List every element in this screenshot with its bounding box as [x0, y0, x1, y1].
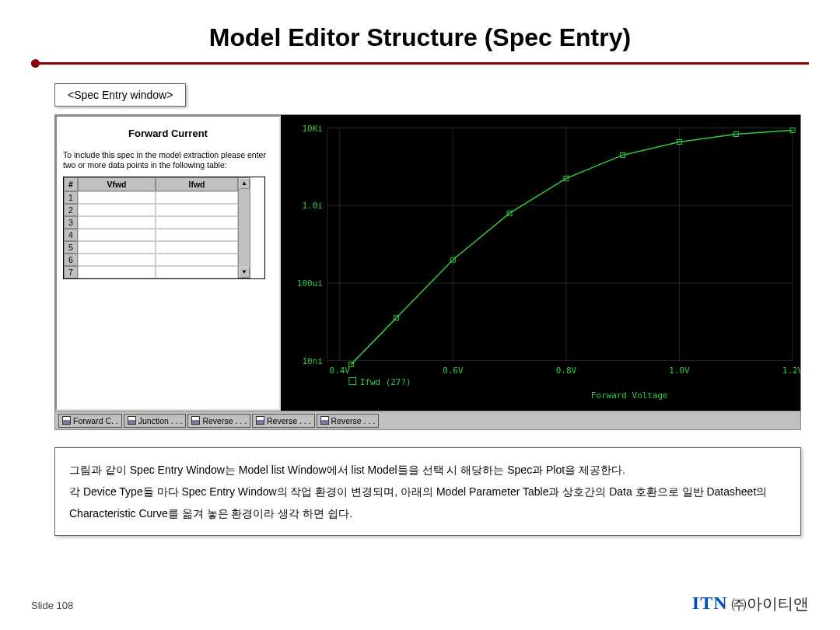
table-row[interactable]: 2: [64, 204, 238, 216]
tab-strip: Forward C. .Junction . . .Reverse . . .R…: [55, 411, 800, 429]
description-p2: 각 Device Type들 마다 Spec Entry Window의 작업 …: [69, 481, 786, 524]
slide-footer: Slide 108 ITN ㈜아이티앤: [31, 593, 809, 614]
xtick-1: 0.6V: [443, 366, 464, 376]
table-row[interactable]: 4: [64, 229, 238, 241]
chart-icon: [62, 416, 71, 425]
table-row[interactable]: 3: [64, 216, 238, 229]
chart-icon: [128, 416, 136, 425]
tab-label: Forward C. .: [73, 416, 118, 425]
xtick-4: 1.2V: [782, 366, 800, 376]
title-rule: [31, 58, 809, 68]
tab-4[interactable]: Reverse . . .: [317, 414, 380, 428]
data-entry-table[interactable]: # Vfwd Ifwd 1234567 ▲ ▼: [63, 177, 265, 279]
tab-label: Reverse . . .: [202, 416, 247, 425]
panel-description: To include this spec in the model extrac…: [63, 150, 273, 170]
description-box: 그림과 같이 Spec Entry Window는 Model list Win…: [54, 447, 801, 536]
tab-1[interactable]: Junction . . .: [124, 414, 187, 428]
ytick-1: 1.0i: [302, 201, 322, 211]
svg-rect-0: [281, 116, 800, 411]
table-scrollbar[interactable]: ▲ ▼: [238, 177, 250, 278]
table-row[interactable]: 7: [64, 266, 238, 278]
plot-legend: Ifwd (27?): [360, 377, 411, 387]
ytick-3: 10ni: [302, 356, 322, 366]
panel-heading: Forward Current: [63, 128, 273, 139]
slide-title: Model Editor Structure (Spec Entry): [31, 23, 809, 52]
chart-icon: [256, 416, 264, 425]
table-row[interactable]: 5: [64, 241, 238, 254]
brand: ITN ㈜아이티앤: [692, 593, 809, 614]
tab-label: Reverse . . .: [331, 416, 376, 425]
chart-icon: [320, 416, 329, 425]
ytick-0: 10Ki: [302, 124, 322, 134]
xtick-0: 0.4V: [330, 366, 351, 376]
spec-entry-window: Forward Current To include this spec in …: [54, 114, 801, 430]
ytick-2: 100ui: [297, 278, 323, 289]
description-p1: 그림과 같이 Spec Entry Window는 Model list Win…: [69, 459, 786, 481]
tab-0[interactable]: Forward C. .: [58, 414, 122, 428]
table-row[interactable]: 6: [64, 254, 238, 266]
brand-en: ITN: [692, 593, 728, 613]
slide-number: Slide 108: [31, 600, 73, 611]
forward-current-plot: 10Ki 1.0i 100ui 10ni 0.4V 0.6V 0.8V 1.0V…: [281, 115, 800, 411]
col-header-ifwd[interactable]: Ifwd: [156, 177, 238, 191]
xtick-3: 1.0V: [669, 366, 690, 376]
col-header-vfwd[interactable]: Vfwd: [78, 177, 156, 191]
table-row[interactable]: 1: [64, 191, 238, 204]
caption-box: <Spec Entry window>: [54, 83, 186, 107]
plot-panel: 10Ki 1.0i 100ui 10ni 0.4V 0.6V 0.8V 1.0V…: [281, 115, 800, 411]
brand-ko: ㈜아이티앤: [731, 595, 809, 612]
xtick-2: 0.8V: [556, 366, 577, 376]
chart-icon: [191, 416, 200, 425]
scroll-up-icon[interactable]: ▲: [239, 178, 250, 189]
tab-label: Junction . . .: [138, 416, 183, 425]
table-corner: #: [64, 177, 78, 191]
tab-2[interactable]: Reverse . . .: [187, 414, 250, 428]
tab-3[interactable]: Reverse . . .: [252, 414, 315, 428]
spec-input-panel: Forward Current To include this spec in …: [55, 115, 281, 411]
scroll-down-icon[interactable]: ▼: [239, 267, 250, 278]
tab-label: Reverse . . .: [267, 416, 311, 425]
plot-xlabel: Forward Voltage: [591, 390, 668, 401]
